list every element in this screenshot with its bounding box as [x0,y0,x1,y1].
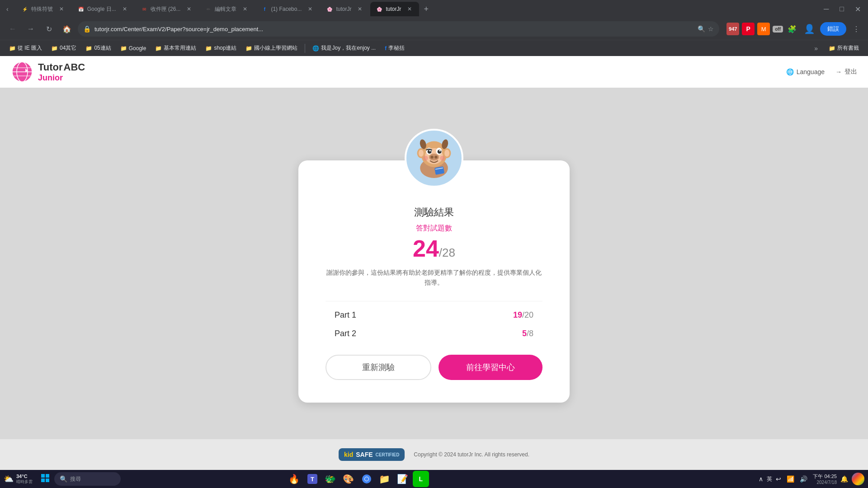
more-bookmarks-button[interactable]: » [811,43,821,54]
bookmark-joy[interactable]: 🌐 我是Joy，我在enjoy ... [309,42,379,54]
svg-point-38 [365,477,368,481]
taskbar-line-icon[interactable]: L [413,471,429,487]
up-arrow-icon[interactable]: ∧ [757,474,765,484]
bookmark-google[interactable]: 📁 Google [117,43,150,53]
back-button[interactable]: ← [5,22,20,36]
undo-icon[interactable]: ↩ [774,474,783,484]
tab-google[interactable]: 📅 Google 日... ✕ [72,2,134,16]
taskbar-apps: 🔥 T 🐲 🎨 📁 📝 L [286,471,429,487]
windows-logo-icon [41,474,50,483]
taskbar-notes-icon[interactable]: 📝 [395,471,411,487]
goto-learning-center-button[interactable]: 前往學習中心 [439,355,542,380]
tab-label-special: 特殊符號 [31,5,53,13]
nav-right: 🌐 Language → 登出 [786,68,857,76]
ext-metroretro[interactable]: M [757,23,770,35]
taskbar-teams-icon[interactable]: T [304,471,321,487]
taskbar-app3[interactable]: 🐲 [322,471,339,487]
language-button[interactable]: 🌐 Language [786,68,825,75]
tab-close-special[interactable]: ✕ [57,5,66,13]
taskbar-chrome-icon[interactable] [359,471,375,487]
secure-icon: 🔒 [83,25,91,33]
bookmark-basic[interactable]: 📁 基本常用連結 [151,42,200,54]
part-1-score-denom: /20 [522,310,533,319]
new-tab-button[interactable]: + [420,3,432,16]
volume-icon[interactable]: 🔊 [798,474,809,484]
bookmark-04[interactable]: 📁 04其它 [47,42,80,54]
part-2-score: 5/8 [522,329,533,338]
ext-pinterest[interactable]: P [742,23,755,35]
logout-icon: → [835,68,842,75]
url-bar[interactable]: 🔒 tutorjr.com/Center/ExamV2/Paper?source… [78,21,719,37]
tab-edit[interactable]: ✏ 編輯文章 ✕ [199,2,255,16]
chrome-menu-button[interactable]: ⋮ [850,22,863,36]
tab-close-google[interactable]: ✕ [121,5,129,13]
page-content: Tutor ABC Junior 🌐 Language → 登出 [0,56,868,470]
wifi-icon[interactable]: 📶 [785,474,796,484]
tab-close-gmail[interactable]: ✕ [185,5,193,13]
teams-icon: T [307,474,317,484]
bookmark-05[interactable]: 📁 05連結 [82,42,114,54]
taskbar-search[interactable]: 🔍 [54,472,121,486]
tab-icon-gmail: ✉ [141,5,148,13]
globe-nav-icon: 🌐 [786,68,794,75]
tab-gmail[interactable]: ✉ 收件匣 (26... ✕ [135,2,199,16]
tab-controls: ‹ [4,4,11,14]
correct-label: 答對試題數 [326,224,542,233]
clock-date: 2024/7/18 [813,480,837,485]
clock-widget[interactable]: 下午 04:25 2024/7/18 [813,473,837,485]
language-indicator: 英 [767,475,772,483]
logout-button[interactable]: → 登出 [835,68,857,76]
url-text: tutorjr.com/Center/ExamV2/Paper?source=j… [94,26,694,33]
bookmark-ie[interactable]: 📁 從 IE 匯入 [5,42,46,54]
svg-rect-33 [46,479,49,482]
tab-close-tutorjr1[interactable]: ✕ [356,5,364,13]
user-avatar[interactable]: 👤 [802,22,816,36]
part-1-score: 19/20 [513,310,533,320]
tab-close-tutorjr2[interactable]: ✕ [406,5,414,13]
bookmark-shop[interactable]: 📁 shop連結 [202,42,240,54]
minimize-button[interactable]: ─ [820,3,832,15]
close-button[interactable]: ✕ [851,3,864,15]
bookmark-all[interactable]: 📁 所有書籤 [825,42,863,54]
refresh-button[interactable]: ↻ [42,22,56,36]
tab-close-fb[interactable]: ✕ [306,5,314,13]
bookmark-fb[interactable]: f 李秘括 [381,42,408,54]
weather-widget[interactable]: ⛅ 34°C 晴時多雲 [4,474,33,484]
bookmark-star-icon[interactable]: ☆ [708,25,714,33]
bookmark-icon-school: 📁 [245,45,252,52]
taskbar-search-input[interactable] [70,476,115,482]
taskbar-files-icon[interactable]: 📁 [377,471,393,487]
extension-icons: 947 P M off 🧩 [726,23,798,35]
url-icons: 🔍 ☆ [698,25,714,33]
tab-tutorjr-2[interactable]: 🌸 tutorJr ✕ [370,2,419,16]
svg-rect-32 [41,479,45,482]
home-button[interactable]: 🏠 [60,22,74,36]
error-button[interactable]: 錯誤 [820,22,846,36]
ext-badge-947[interactable]: 947 [726,23,739,35]
off-badge[interactable]: off [773,26,783,33]
tab-special-chars[interactable]: ⚡ 特殊符號 ✕ [16,2,71,16]
taskbar-fire-icon[interactable]: 🔥 [286,471,302,487]
forward-button[interactable]: → [24,22,38,36]
clock-time: 下午 04:25 [813,473,837,480]
start-button[interactable] [39,472,52,487]
bookmark-school[interactable]: 📁 國小線上學習網站 [242,42,301,54]
part-2-score-num: 5 [522,329,527,338]
retry-button[interactable]: 重新測驗 [326,355,431,380]
result-title: 測驗結果 [326,206,542,219]
tab-facebook[interactable]: f (1) Facebo... ✕ [255,2,320,16]
tab-bar: ‹ ⚡ 特殊符號 ✕ 📅 Google 日... ✕ ✉ 收件匣 (26... … [0,0,868,18]
maximize-button[interactable]: □ [836,3,848,15]
search-url-icon[interactable]: 🔍 [698,25,705,33]
color-palette-icon[interactable] [852,473,864,485]
notification-icon[interactable]: 🔔 [840,475,848,483]
taskbar-paint-icon[interactable]: 🎨 [340,471,357,487]
ext-puzzle[interactable]: 🧩 [786,23,798,35]
logo-globe-icon [11,61,33,83]
part-1-name: Part 1 [335,310,356,320]
tab-close-edit[interactable]: ✕ [241,5,249,13]
tab-scroll-left[interactable]: ‹ [4,4,11,14]
svg-point-25 [434,155,438,159]
tab-icon-tutorjr2: 🌸 [376,5,383,13]
tab-tutorjr-1[interactable]: 🌸 tutorJr ✕ [321,2,369,16]
